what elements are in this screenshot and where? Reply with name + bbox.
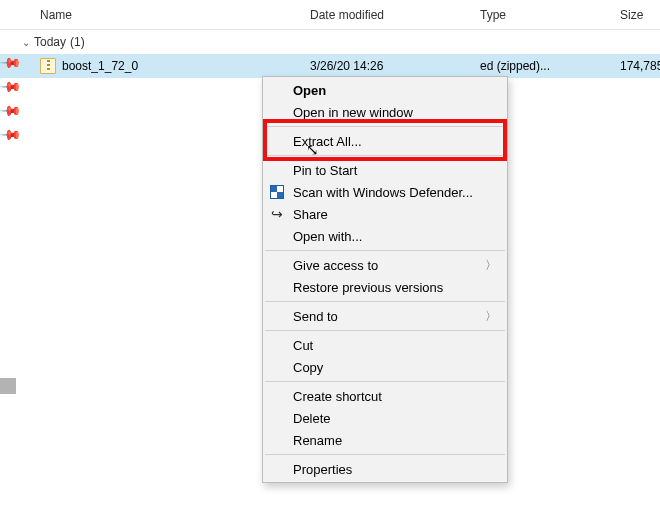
menu-create-shortcut[interactable]: Create shortcut bbox=[263, 385, 507, 407]
col-header-size[interactable]: Size bbox=[620, 8, 660, 22]
scrollbar-thumb[interactable] bbox=[0, 378, 16, 394]
group-label: Today bbox=[34, 35, 66, 49]
menu-open-new-window[interactable]: Open in new window bbox=[263, 101, 507, 123]
menu-copy[interactable]: Copy bbox=[263, 356, 507, 378]
menu-separator bbox=[265, 126, 505, 127]
column-headers: Name Date modified Type Size bbox=[0, 0, 660, 30]
file-name: boost_1_72_0 bbox=[62, 59, 138, 73]
file-row-selected[interactable]: boost_1_72_0 3/26/20 14:26 ed (zipped)..… bbox=[0, 54, 660, 78]
menu-properties[interactable]: Properties bbox=[263, 458, 507, 480]
menu-separator bbox=[265, 454, 505, 455]
pin-icon: 📌 bbox=[0, 98, 22, 121]
file-type: ed (zipped)... bbox=[480, 59, 620, 73]
menu-give-access-to[interactable]: Give access to 〉 bbox=[263, 254, 507, 276]
menu-cut[interactable]: Cut bbox=[263, 334, 507, 356]
shield-icon bbox=[269, 184, 285, 200]
menu-restore-versions[interactable]: Restore previous versions bbox=[263, 276, 507, 298]
chevron-down-icon: ⌄ bbox=[22, 37, 30, 48]
file-size: 174,785 K bbox=[620, 59, 660, 73]
menu-separator bbox=[265, 330, 505, 331]
file-date: 3/26/20 14:26 bbox=[310, 59, 480, 73]
pin-icon: 📌 bbox=[0, 50, 22, 73]
chevron-right-icon: 〉 bbox=[485, 308, 497, 325]
menu-extract-all[interactable]: Extract All... bbox=[263, 130, 507, 152]
menu-scan-defender[interactable]: Scan with Windows Defender... bbox=[263, 181, 507, 203]
menu-rename[interactable]: Rename bbox=[263, 429, 507, 451]
file-list: ⌄ Today (1) boost_1_72_0 3/26/20 14:26 e… bbox=[0, 30, 660, 78]
menu-pin-to-start[interactable]: Pin to Start bbox=[263, 159, 507, 181]
zip-icon bbox=[40, 58, 56, 74]
col-header-date[interactable]: Date modified bbox=[310, 8, 480, 22]
quick-access-pins: 📌 📌 📌 📌 bbox=[2, 54, 19, 142]
menu-separator bbox=[265, 381, 505, 382]
chevron-right-icon: 〉 bbox=[485, 257, 497, 274]
menu-open-with[interactable]: Open with... bbox=[263, 225, 507, 247]
pin-icon: 📌 bbox=[0, 122, 22, 145]
menu-separator bbox=[265, 301, 505, 302]
menu-share[interactable]: ↪ Share bbox=[263, 203, 507, 225]
group-today[interactable]: ⌄ Today (1) bbox=[0, 30, 660, 54]
col-header-name[interactable]: Name bbox=[0, 8, 310, 22]
menu-delete[interactable]: Delete bbox=[263, 407, 507, 429]
col-header-type[interactable]: Type bbox=[480, 8, 620, 22]
menu-separator bbox=[265, 155, 505, 156]
group-count: (1) bbox=[70, 35, 85, 49]
context-menu: Open Open in new window Extract All... P… bbox=[262, 76, 508, 483]
menu-separator bbox=[265, 250, 505, 251]
share-icon: ↪ bbox=[269, 206, 285, 222]
menu-open[interactable]: Open bbox=[263, 79, 507, 101]
pin-icon: 📌 bbox=[0, 74, 22, 97]
menu-send-to[interactable]: Send to 〉 bbox=[263, 305, 507, 327]
